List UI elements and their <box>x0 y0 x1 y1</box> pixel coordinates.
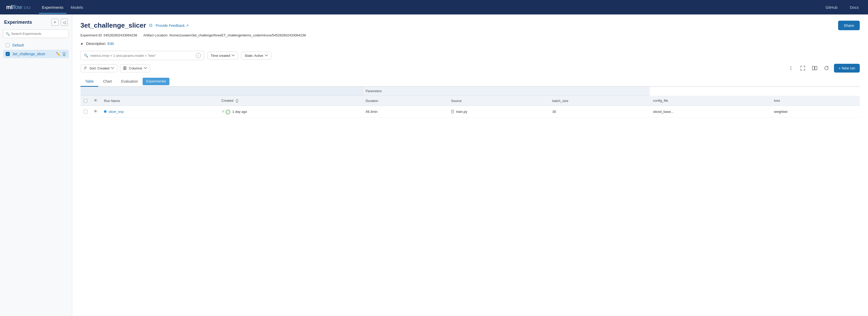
description-edit-button[interactable]: Edit <box>107 41 114 46</box>
filter-search-icon: 🔍 <box>84 53 88 58</box>
filter-bar: 🔍 i Time created State: Active <box>81 51 860 60</box>
experiment-header: 3et_challenge_slicer ⧉ Provide Feedback … <box>81 21 860 30</box>
row-checkbox[interactable] <box>84 110 87 114</box>
select-all-checkbox[interactable] <box>84 99 87 103</box>
run-success-icon: ✓ <box>221 109 225 114</box>
experiment-title: 3et_challenge_slicer <box>81 22 146 29</box>
sort-chevron-icon <box>111 67 114 69</box>
nav-models[interactable]: Models <box>68 3 86 11</box>
svg-rect-4 <box>125 67 126 70</box>
nav-links: Experiments Models <box>39 3 814 11</box>
collapse-sidebar-button[interactable]: ◁ <box>61 19 68 26</box>
runs-filter-input[interactable] <box>90 54 194 58</box>
tab-table[interactable]: Table <box>81 77 98 87</box>
search-experiments-input[interactable] <box>3 29 69 38</box>
columns-icon <box>123 66 127 70</box>
row-duration-cell: 49.3min <box>363 106 448 118</box>
logo-ml: mlflow <box>6 4 22 10</box>
source-cell-content: train.py <box>451 110 546 114</box>
experiment-id-label: Experiment ID: 545282602433064238 <box>81 33 137 37</box>
nav-docs[interactable]: Docs <box>847 3 862 11</box>
th-checkbox <box>81 96 91 106</box>
svg-point-6 <box>790 68 791 69</box>
row-visibility-icon[interactable]: 👁 <box>94 109 98 114</box>
share-button[interactable]: Share <box>838 21 860 30</box>
state-dropdown[interactable]: State: Active <box>241 52 271 60</box>
sidebar-item-3et-actions: ✏️ 🗑️ <box>56 52 66 56</box>
params-group-empty <box>81 87 363 96</box>
tab-chart[interactable]: Chart <box>98 77 116 87</box>
action-bar-right: + New run <box>786 64 860 73</box>
nav-experiments[interactable]: Experiments <box>39 3 66 11</box>
row-checkbox-cell <box>81 106 91 118</box>
created-sort-icon[interactable] <box>235 99 239 103</box>
experiment-id-value: 545282602433064238 <box>104 33 137 37</box>
svg-point-5 <box>790 66 791 67</box>
columns-button[interactable]: Columns <box>120 64 150 72</box>
delete-default-icon[interactable]: 🗑️ <box>62 43 66 47</box>
sort-button[interactable]: Sort: Created <box>81 64 117 72</box>
app-version: 2.9.2 <box>24 6 31 9</box>
edit-3et-icon[interactable]: ✏️ <box>56 52 60 56</box>
th-duration: Duration <box>363 96 448 106</box>
th-source: Source <box>448 96 549 106</box>
search-icon: 🔍 <box>6 32 10 36</box>
tab-evaluation[interactable]: Evaluation <box>117 77 143 87</box>
sort-icon <box>84 66 88 70</box>
refresh-button[interactable] <box>822 64 831 73</box>
sidebar-item-default[interactable]: Default ✏️ 🗑️ <box>3 41 69 49</box>
sidebar-title: Experiments <box>4 20 32 25</box>
description-row: ► Description Edit <box>81 41 860 46</box>
run-name-link[interactable]: slicer_exp <box>104 110 215 114</box>
view-tabs: Table Chart Evaluation Experimental <box>81 77 860 87</box>
fullscreen-button[interactable] <box>798 64 807 73</box>
row-run-name-cell: slicer_exp <box>101 106 218 118</box>
more-options-button[interactable] <box>786 64 795 73</box>
table-row: 👁 slicer_exp ✓ ✓ 1 day ago 49.3min <box>81 106 860 118</box>
time-dropdown-chevron <box>231 55 235 57</box>
sidebar-header: Experiments + ◁ <box>3 19 69 26</box>
filter-info-icon[interactable]: i <box>196 53 201 58</box>
source-file-icon <box>451 110 455 113</box>
state-dropdown-chevron <box>265 55 268 57</box>
add-experiment-button[interactable]: + <box>51 19 59 26</box>
delete-3et-icon[interactable]: 🗑️ <box>62 52 66 56</box>
row-created-cell: ✓ ✓ 1 day ago <box>218 106 363 118</box>
sidebar: Experiments + ◁ 🔍 Default ✏️ 🗑️ <box>0 15 72 316</box>
run-status-dot <box>104 110 106 113</box>
visibility-header-icon[interactable]: 👁 <box>94 98 98 103</box>
provide-feedback-link[interactable]: Provide Feedback ↗ <box>155 24 189 28</box>
sidebar-item-3et-challenge[interactable]: 3et_challenge_slicer ✏️ 🗑️ <box>3 50 69 58</box>
edit-default-icon[interactable]: ✏️ <box>56 43 60 47</box>
nav-right-links: GitHub Docs <box>823 3 862 11</box>
more-options-icon <box>790 66 792 70</box>
action-bar: Sort: Created Columns <box>81 64 860 73</box>
experiment-title-row: 3et_challenge_slicer ⧉ Provide Feedback … <box>81 22 189 29</box>
time-created-dropdown[interactable]: Time created <box>207 52 238 60</box>
sidebar-checkbox-3et[interactable] <box>6 52 10 56</box>
th-run-name: Run Name <box>101 96 218 106</box>
nav-github[interactable]: GitHub <box>823 3 841 11</box>
app-layout: Experiments + ◁ 🔍 Default ✏️ 🗑️ <box>0 15 868 316</box>
th-batch-size: batch_size <box>549 96 650 106</box>
params-group-header-row: Parameters <box>81 87 860 96</box>
description-chevron-icon[interactable]: ► <box>81 41 84 46</box>
runs-filter-search: 🔍 i <box>81 51 204 60</box>
runs-table: Parameters 👁 Run Name Created <box>81 87 860 118</box>
refresh-icon <box>824 66 829 70</box>
sidebar-item-name-default: Default <box>12 43 53 47</box>
row-loss-cell: weighted <box>771 106 860 118</box>
external-link-icon: ↗ <box>186 24 189 28</box>
svg-point-7 <box>790 69 791 70</box>
new-run-button[interactable]: + New run <box>834 64 860 73</box>
copy-title-icon[interactable]: ⧉ <box>149 23 152 28</box>
action-bar-left: Sort: Created Columns <box>81 64 150 72</box>
side-by-side-button[interactable] <box>810 64 819 73</box>
tab-experimental[interactable]: Experimental <box>143 78 169 85</box>
sidebar-item-name-3et: 3et_challenge_slicer <box>12 52 53 56</box>
sidebar-checkbox-default[interactable] <box>6 43 10 47</box>
columns-chevron-icon <box>144 67 147 69</box>
description-label: Description <box>86 41 105 46</box>
app-logo: mlflow 2.9.2 <box>6 4 31 10</box>
svg-rect-8 <box>812 66 814 70</box>
